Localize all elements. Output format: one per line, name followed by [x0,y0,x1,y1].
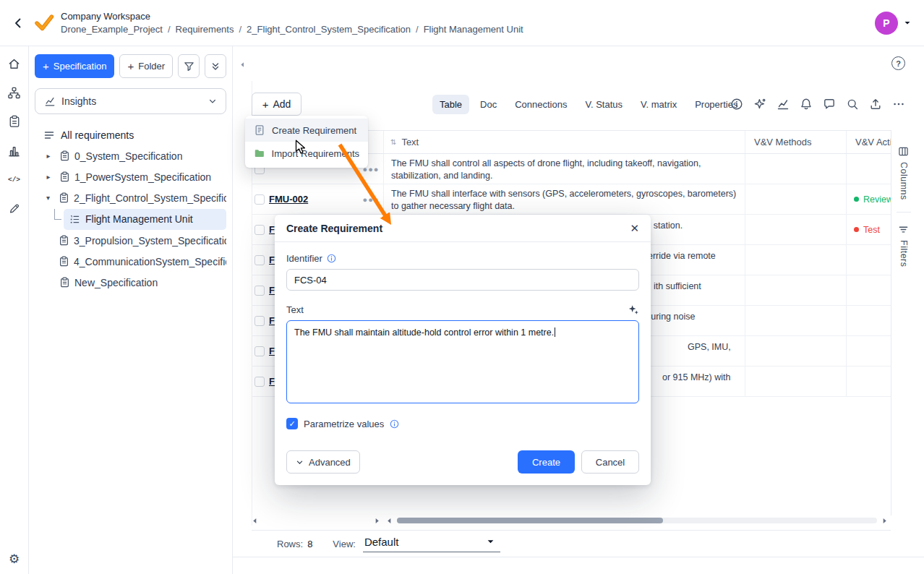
vv-methods-column-header[interactable]: V&V Methods [745,131,846,153]
back-icon[interactable] [9,14,27,33]
chevron-down-icon[interactable]: ▾ [42,194,54,202]
row-checkbox[interactable] [254,346,265,356]
text-column-header[interactable]: ⇅ Text [383,131,745,153]
vv-actions-cell[interactable] [846,245,891,275]
scrollbar-track[interactable] [262,518,369,523]
add-button[interactable]: + Add [252,93,301,116]
menu-item-create-requirement[interactable]: Create Requirement [245,119,368,142]
vv-actions-cell[interactable] [846,367,891,396]
chevron-right-icon[interactable]: ▸ [42,173,55,181]
chevron-down-icon[interactable] [904,20,911,27]
home-icon[interactable] [7,56,22,71]
sidebar-item-1-powersystem-specification[interactable]: ▸1_PowerSystem_Specification [35,166,226,187]
insights-panel-toggle[interactable]: Insights [35,88,226,114]
tab-v-matrix[interactable]: V. matrix [633,95,684,114]
create-button[interactable]: Create [518,450,575,474]
row-checkbox[interactable] [254,225,265,235]
collapse-all-button[interactable] [205,54,226,78]
frozen-columns-scrollbar[interactable] [252,515,380,526]
breadcrumb-separator: / [163,24,176,35]
notifications-bell-icon[interactable] [800,98,813,111]
vv-methods-cell[interactable] [745,336,846,366]
activity-chart-icon[interactable] [777,98,790,111]
breadcrumb-item[interactable]: 2_Flight_Control_System_Specification [247,24,411,35]
vv-actions-cell[interactable] [846,154,891,184]
info-icon[interactable] [730,98,743,111]
sidebar-item-new-specification[interactable]: New_Specification [35,272,226,293]
scroll-left-icon [386,518,393,524]
requirement-id-link[interactable]: FMU-002 [268,184,359,214]
sidebar-item-all-requirements[interactable]: All requirements [35,125,226,145]
tab-connections[interactable]: Connections [508,95,574,114]
tab-filters[interactable]: Filters [898,224,909,267]
row-checkbox[interactable] [254,377,265,387]
requirements-clipboard-icon[interactable] [7,114,22,129]
identifier-input[interactable] [286,269,639,291]
sidebar-item-4-communicationsystem-specifica[interactable]: 4_CommunicationSystem_Specifica [35,251,226,272]
add-folder-label: Folder [138,61,165,72]
vv-methods-cell[interactable] [745,184,846,214]
add-folder-button[interactable]: + Folder [119,54,173,78]
filter-button[interactable] [178,54,200,78]
tab-table[interactable]: Table [432,95,469,114]
ai-sparkle-icon[interactable] [628,304,639,315]
header-titles: Company Workspace Drone_Example_Project/… [61,11,523,35]
projects-sitemap-icon[interactable] [7,85,22,100]
double-chevron-down-icon [210,61,221,72]
tab-doc[interactable]: Doc [473,95,504,114]
requirement-text-cell[interactable]: The FMU shall control all aspects of dro… [383,154,745,184]
workspace-name[interactable]: Company Workspace [61,11,523,22]
export-icon[interactable] [869,98,882,111]
edit-pen-icon[interactable] [7,201,22,215]
help-icon[interactable]: ? [891,56,905,70]
sidebar-item-flight-management-unit[interactable]: Flight Management Unit [64,209,226,230]
row-menu-button[interactable]: ●●● [359,184,383,214]
vv-actions-column-header[interactable]: V&V Actions [846,131,891,153]
scrollbar-thumb[interactable] [397,518,663,523]
scrollbar-track[interactable] [397,518,877,523]
vv-actions-cell[interactable]: Review [846,184,891,214]
view-select[interactable]: Default [363,535,500,552]
settings-gear-icon[interactable]: ⚙ [9,552,20,567]
analysis-chart-icon[interactable] [7,143,22,158]
tab-v-status[interactable]: V. Status [578,95,630,114]
vv-actions-cell[interactable]: Test [846,215,891,244]
chevron-right-icon[interactable]: ▸ [42,152,55,160]
sidebar-item-3-propulsion-system-specification[interactable]: 3_Propulsion_System_Specification [35,230,226,251]
comments-icon[interactable] [823,98,836,111]
breadcrumb-item[interactable]: Flight Management Unit [424,24,523,35]
ai-sparkle-icon[interactable] [753,98,766,111]
sidebar-item-2-flight-control-system-specifica[interactable]: ▾2_Flight_Control_System_Specifica [35,187,226,208]
vv-methods-cell[interactable] [745,215,846,244]
search-icon[interactable] [846,98,859,111]
row-checkbox[interactable] [254,286,265,296]
vv-actions-cell[interactable] [846,306,891,335]
breadcrumb-item[interactable]: Requirements [176,24,234,35]
row-checkbox[interactable] [254,255,265,265]
code-icon[interactable]: </> [7,172,22,187]
vv-methods-cell[interactable] [745,245,846,275]
advanced-button[interactable]: Advanced [286,450,360,474]
vv-methods-cell[interactable] [745,306,846,335]
vv-methods-cell[interactable] [745,154,846,184]
table-horizontal-scrollbar[interactable] [386,515,888,526]
cancel-button[interactable]: Cancel [581,450,639,474]
breadcrumb-item[interactable]: Drone_Example_Project [61,24,163,35]
row-checkbox[interactable] [254,316,265,326]
vv-actions-cell[interactable] [846,336,891,366]
menu-item-import-requirements[interactable]: Import Requirements [245,142,368,165]
vv-methods-cell[interactable] [745,367,846,396]
vv-methods-cell[interactable] [745,275,846,305]
tab-columns[interactable]: Columns [898,146,909,200]
requirement-text-input[interactable]: The FMU shall maintain altitude-hold con… [286,320,639,403]
requirement-text-cell[interactable]: The FMU shall interface with sensors (GP… [383,184,745,214]
close-icon[interactable]: ✕ [630,223,639,234]
collapse-panel-icon[interactable] [236,59,248,70]
avatar[interactable]: P [875,12,898,35]
sidebar-item-0-system-specification[interactable]: ▸0_System_Specification [35,145,226,166]
row-checkbox[interactable] [254,194,265,205]
more-options-icon[interactable] [892,98,905,111]
vv-actions-cell[interactable] [846,275,891,305]
parametrize-checkbox[interactable]: ✓ [286,418,298,429]
add-specification-button[interactable]: + Specification [35,54,114,78]
